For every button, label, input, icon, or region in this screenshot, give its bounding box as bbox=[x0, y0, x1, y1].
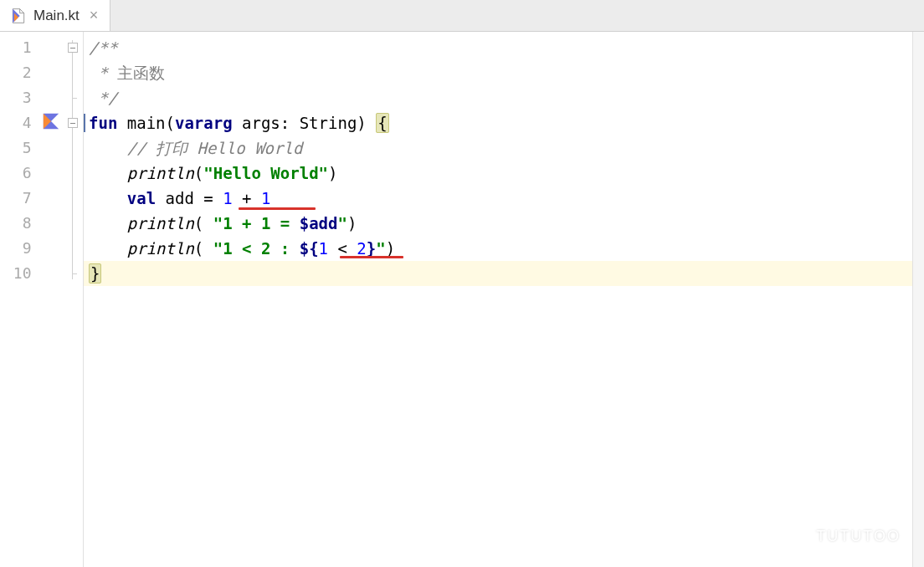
editor: 1 2 3 4 5 6 7 8 9 10 bbox=[0, 32, 924, 567]
gutter: 1 2 3 4 5 6 7 8 9 10 bbox=[0, 32, 84, 567]
code-line: // 打印 Hello World bbox=[84, 135, 924, 161]
code-line: println("Hello World") bbox=[84, 161, 924, 186]
kotlin-run-icon[interactable] bbox=[42, 112, 60, 134]
line-number[interactable]: 2 bbox=[0, 60, 40, 85]
line-number[interactable]: 3 bbox=[0, 85, 40, 110]
line-number[interactable]: 9 bbox=[0, 236, 40, 261]
line-number[interactable]: 4 bbox=[0, 110, 40, 135]
code-line: } bbox=[84, 261, 924, 286]
code-area[interactable]: /** * 主函数 */ fun main(vararg args: Strin… bbox=[84, 32, 924, 567]
file-tab[interactable]: Main.kt × bbox=[0, 0, 110, 31]
icon-gutter bbox=[40, 32, 64, 567]
tab-filename: Main.kt bbox=[33, 8, 80, 24]
code-line: * 主函数 bbox=[84, 60, 924, 85]
wechat-icon bbox=[791, 524, 811, 549]
watermark-text: TUTUTOO bbox=[816, 528, 901, 545]
tab-close-icon[interactable]: × bbox=[86, 7, 102, 24]
line-number[interactable]: 10 bbox=[0, 261, 40, 286]
fold-gutter bbox=[63, 32, 83, 567]
annotation-underline bbox=[239, 207, 316, 210]
code-line: val add = 1 + 1 bbox=[84, 186, 924, 211]
brace-highlight: } bbox=[89, 263, 101, 284]
line-number[interactable]: 8 bbox=[0, 211, 40, 236]
fold-end-icon bbox=[68, 93, 78, 103]
code-line: /** bbox=[84, 35, 924, 60]
code-line: */ bbox=[84, 85, 924, 110]
line-number[interactable]: 6 bbox=[0, 161, 40, 186]
fold-toggle-icon[interactable] bbox=[68, 118, 78, 128]
line-number[interactable]: 5 bbox=[0, 135, 40, 161]
kotlin-file-icon bbox=[10, 8, 27, 24]
code-line: println( "1 + 1 = $add") bbox=[84, 211, 924, 236]
brace-highlight: { bbox=[376, 113, 388, 133]
tab-bar: Main.kt × bbox=[0, 0, 924, 32]
line-number[interactable]: 7 bbox=[0, 186, 40, 211]
line-numbers: 1 2 3 4 5 6 7 8 9 10 bbox=[0, 32, 40, 567]
watermark: TUTUTOO bbox=[791, 524, 901, 549]
scrollbar-track[interactable] bbox=[912, 32, 924, 567]
caret-indicator bbox=[84, 114, 85, 132]
annotation-underline bbox=[340, 256, 403, 258]
fold-end-icon bbox=[68, 268, 78, 278]
fold-toggle-icon[interactable] bbox=[68, 43, 78, 53]
code-line: fun main(vararg args: String) { bbox=[84, 110, 924, 135]
code-line: println( "1 < 2 : ${1 < 2}") bbox=[84, 236, 924, 261]
line-number[interactable]: 1 bbox=[0, 35, 40, 60]
